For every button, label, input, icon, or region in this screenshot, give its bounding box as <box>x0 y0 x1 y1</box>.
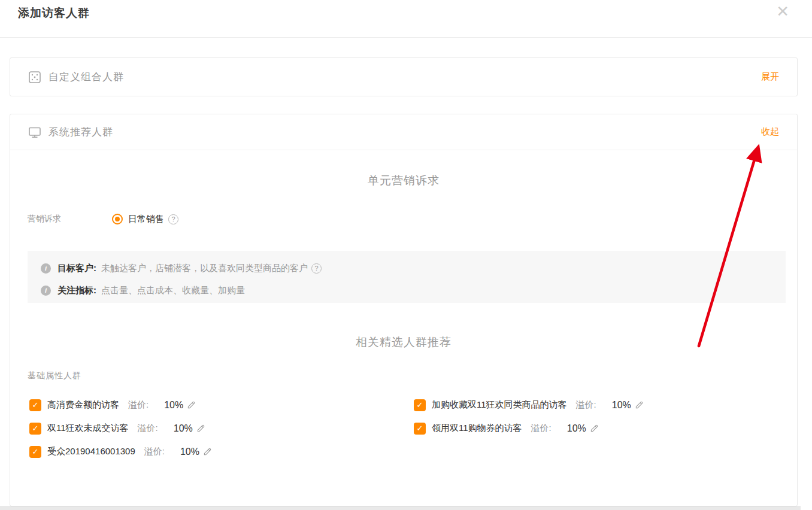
close-icon[interactable]: ✕ <box>776 2 789 20</box>
custom-audience-panel: 自定义组合人群 展开 <box>10 57 798 96</box>
edit-premium-icon[interactable] <box>186 400 196 410</box>
premium-label: 溢价: <box>138 423 158 434</box>
radio-dot <box>115 217 120 221</box>
audience-row: ✓ 高消费金额的访客 溢价: 10% <box>29 393 414 417</box>
unit-marketing-appeal-heading: 单元营销诉求 <box>10 173 797 189</box>
header-divider <box>0 37 812 38</box>
audience-column-left: ✓ 高消费金额的访客 溢价: 10% ✓ 双11狂欢未成交访客 溢价: 10% <box>29 393 414 463</box>
premium-value: 10% <box>567 423 586 434</box>
audience-checkbox[interactable]: ✓ <box>414 399 426 411</box>
target-customer-help-icon[interactable]: ? <box>311 263 322 274</box>
premium-label: 溢价: <box>531 423 552 434</box>
custom-audience-title: 自定义组合人群 <box>49 70 124 84</box>
audience-name: 加购收藏双11狂欢同类商品的访客 <box>432 399 567 411</box>
audience-name: 高消费金额的访客 <box>47 399 119 411</box>
audience-row: ✓ 加购收藏双11狂欢同类商品的访客 溢价: 10% <box>414 393 785 417</box>
audience-row: ✓ 受众20190416001309 溢价: 10% <box>29 440 414 463</box>
audience-row: ✓ 双11狂欢未成交访客 溢价: 10% <box>29 417 414 440</box>
premium-value: 10% <box>164 400 183 411</box>
custom-audience-panel-header: 自定义组合人群 展开 <box>10 58 797 96</box>
page-title: 添加访客人群 <box>18 5 90 21</box>
recommend-heading: 相关精选人群推荐 <box>10 335 797 350</box>
edit-premium-icon[interactable] <box>202 447 213 457</box>
audience-name: 双11狂欢未成交访客 <box>47 423 129 434</box>
audience-row: ✓ 领用双11购物券的访客 溢价: 10% <box>414 417 785 440</box>
premium-value: 10% <box>612 400 631 411</box>
audience-checkbox-grid: ✓ 高消费金额的访客 溢价: 10% ✓ 双11狂欢未成交访客 溢价: 10% <box>29 393 785 463</box>
edit-premium-icon[interactable] <box>196 423 206 433</box>
system-audience-panel-header: 系统推荐人群 收起 <box>10 114 797 150</box>
edit-premium-icon[interactable] <box>634 400 644 410</box>
basic-attribute-group-label: 基础属性人群 <box>28 371 81 381</box>
collapse-link[interactable]: 收起 <box>761 126 779 138</box>
focus-metrics-row: i 关注指标: 点击量、点击成本、收藏量、加购量 <box>41 282 772 299</box>
premium-label: 溢价: <box>144 446 165 457</box>
info-icon: i <box>41 286 51 296</box>
daily-sales-radio-label[interactable]: 日常销售 <box>128 214 164 225</box>
audience-checkbox[interactable]: ✓ <box>29 423 41 435</box>
focus-metrics-text: 点击量、点击成本、收藏量、加购量 <box>101 285 245 296</box>
audience-checkbox[interactable]: ✓ <box>29 446 41 458</box>
daily-sales-radio[interactable] <box>112 214 123 224</box>
audience-checkbox[interactable]: ✓ <box>29 399 41 411</box>
audience-checkbox[interactable]: ✓ <box>414 423 426 435</box>
premium-label: 溢价: <box>576 399 596 411</box>
target-info-box: i 目标客户: 未触达客户，店铺潜客，以及喜欢同类型商品的客户 ? i 关注指标… <box>28 251 786 303</box>
target-customer-row: i 目标客户: 未触达客户，店铺潜客，以及喜欢同类型商品的客户 ? <box>41 260 772 277</box>
system-audience-panel: 系统推荐人群 收起 单元营销诉求 营销诉求 日常销售 ? i 目标客户: 未触达… <box>10 114 798 506</box>
focus-metrics-label: 关注指标: <box>57 285 96 296</box>
system-audience-title: 系统推荐人群 <box>49 125 113 139</box>
target-customer-label: 目标客户: <box>57 263 96 274</box>
audience-name: 领用双11购物券的访客 <box>432 423 522 434</box>
edit-premium-icon[interactable] <box>589 423 599 433</box>
audience-name: 受众20190416001309 <box>47 446 135 457</box>
premium-value: 10% <box>174 423 193 434</box>
target-customer-text: 未触达客户，店铺潜客，以及喜欢同类型商品的客户 <box>101 263 308 274</box>
horizontal-scrollbar[interactable] <box>0 506 801 510</box>
expand-link[interactable]: 展开 <box>761 71 779 83</box>
marketing-appeal-field: 营销诉求 日常销售 ? <box>28 211 178 227</box>
info-icon: i <box>41 263 51 274</box>
premium-value: 10% <box>180 447 199 457</box>
marketing-appeal-label: 营销诉求 <box>28 214 112 224</box>
add-visitor-audience-dialog: 添加访客人群 ✕ 自定义组合人群 展开 <box>0 0 812 510</box>
premium-label: 溢价: <box>128 399 149 411</box>
daily-sales-help-icon[interactable]: ? <box>168 214 178 224</box>
audience-column-right: ✓ 加购收藏双11狂欢同类商品的访客 溢价: 10% ✓ 领用双11购物券的访客… <box>414 393 785 463</box>
monitor-icon <box>28 126 41 139</box>
custom-group-icon <box>28 71 41 84</box>
